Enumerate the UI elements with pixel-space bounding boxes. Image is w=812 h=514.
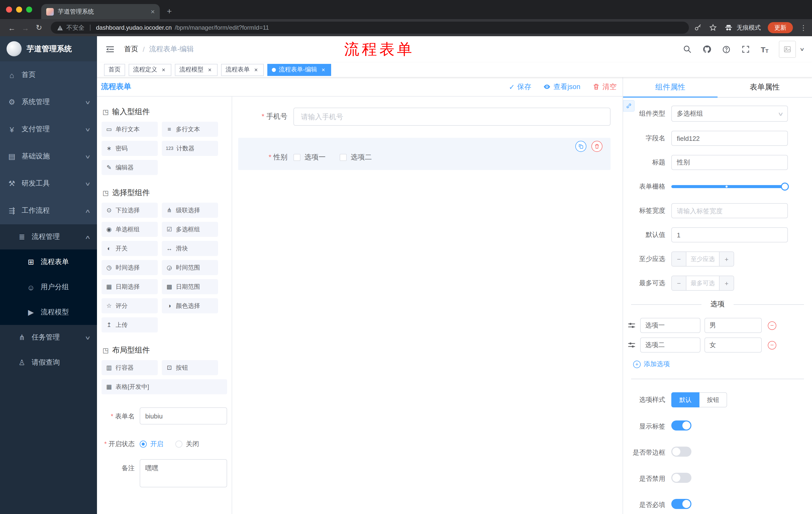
- tab-component-props[interactable]: 组件属性: [623, 77, 718, 97]
- palette-item-button[interactable]: ⊡按钮: [162, 360, 218, 375]
- new-tab-button[interactable]: +: [160, 6, 172, 19]
- increase-button[interactable]: +: [719, 276, 734, 290]
- password-key-icon[interactable]: [694, 24, 702, 32]
- slider-handle[interactable]: [781, 183, 789, 191]
- save-button[interactable]: ✓ 保存: [509, 82, 531, 91]
- tag-process-definition[interactable]: 流程定义 ×: [128, 64, 171, 76]
- palette-item-single-line-text[interactable]: ▭单行文本: [102, 122, 158, 137]
- decrease-button[interactable]: −: [672, 276, 686, 290]
- field-name-input[interactable]: [671, 131, 788, 146]
- tag-home[interactable]: 首页: [104, 64, 125, 76]
- breadcrumb-home[interactable]: 首页: [124, 45, 138, 54]
- palette-item-cascader[interactable]: ⋔级联选择: [162, 203, 218, 218]
- drag-handle-icon[interactable]: [627, 321, 636, 330]
- sidebar-item-devtools[interactable]: ⚒ 研发工具 ∨: [0, 170, 97, 197]
- show-label-switch[interactable]: [671, 421, 691, 431]
- gender-option2-checkbox[interactable]: 选项二: [340, 153, 372, 162]
- sidebar-item-leave-query[interactable]: ♙ 请假查询: [0, 350, 97, 375]
- reload-button[interactable]: ↻: [32, 23, 46, 32]
- palette-item-slider[interactable]: ↔滑块: [162, 241, 218, 256]
- palette-item-counter[interactable]: 123计数器: [162, 141, 218, 156]
- tag-process-form-edit[interactable]: 流程表单-编辑 ×: [267, 64, 331, 76]
- sidebar-item-user-group[interactable]: ☺ 用户分组: [0, 275, 97, 300]
- status-off-radio[interactable]: 关闭: [175, 439, 199, 449]
- tab-close-icon[interactable]: ×: [151, 7, 155, 16]
- palette-item-radio-group[interactable]: ◉单选框组: [102, 222, 158, 237]
- sidebar-item-home[interactable]: ⌂ 首页: [0, 61, 97, 88]
- required-switch[interactable]: [671, 499, 691, 509]
- remark-textarea[interactable]: 嘿嘿: [140, 459, 227, 487]
- gender-option1-checkbox[interactable]: 选项一: [293, 153, 326, 162]
- sidebar-item-process-model[interactable]: ▶ 流程模型: [0, 300, 97, 325]
- palette-item-date-range[interactable]: ▩日期范围: [162, 279, 218, 294]
- sidebar-item-task-management[interactable]: ⋔ 任务管理 ∨: [0, 325, 97, 350]
- option2-name-input[interactable]: [640, 337, 700, 353]
- window-minimize-button[interactable]: [16, 6, 22, 12]
- palette-item-time-picker[interactable]: ◷时间选择: [102, 260, 158, 275]
- sidebar-fold-icon[interactable]: [105, 44, 115, 54]
- increase-button[interactable]: +: [719, 252, 734, 266]
- fullscreen-icon[interactable]: [741, 45, 750, 54]
- border-switch[interactable]: [671, 447, 691, 457]
- style-default-button[interactable]: 默认: [671, 392, 699, 407]
- palette-item-row-container[interactable]: ▥行容器: [102, 360, 158, 375]
- delete-component-button[interactable]: [591, 141, 603, 152]
- font-size-icon[interactable]: TT: [761, 45, 768, 54]
- add-option-button[interactable]: + 添加选项: [633, 360, 812, 369]
- component-type-select[interactable]: 多选框组 ∨: [671, 106, 788, 122]
- canvas-item-phone[interactable]: 手机号: [238, 103, 610, 131]
- browser-menu-icon[interactable]: ⋮: [800, 24, 807, 32]
- help-icon[interactable]: [722, 45, 731, 54]
- sidebar-item-process-form[interactable]: ⊞ 流程表单: [0, 249, 97, 275]
- tag-process-form[interactable]: 流程表单 ×: [221, 64, 264, 76]
- sidebar-item-workflow[interactable]: ⇶ 工作流程 ∧: [0, 197, 97, 224]
- sidebar-item-infrastructure[interactable]: ▤ 基础设施 ∨: [0, 143, 97, 170]
- window-close-button[interactable]: [6, 6, 12, 12]
- palette-item-password[interactable]: ∗密码: [102, 141, 158, 156]
- forward-button[interactable]: →: [19, 23, 32, 32]
- avatar[interactable]: [779, 41, 796, 58]
- title-input[interactable]: [671, 155, 788, 170]
- remove-option-button[interactable]: −: [768, 321, 776, 330]
- link-icon[interactable]: [623, 100, 635, 112]
- palette-item-checkbox-group[interactable]: ☑多选框组: [162, 222, 218, 237]
- style-button-button[interactable]: 按钮: [699, 392, 727, 407]
- view-json-button[interactable]: 查看json: [544, 82, 580, 91]
- form-name-input[interactable]: [140, 407, 227, 425]
- grid-slider[interactable]: [671, 179, 785, 194]
- palette-item-switch[interactable]: ◐开关: [102, 241, 158, 256]
- option2-value-input[interactable]: [704, 337, 762, 353]
- remove-option-button[interactable]: −: [768, 341, 776, 349]
- tag-close-icon[interactable]: ×: [253, 66, 259, 73]
- tag-close-icon[interactable]: ×: [320, 66, 327, 73]
- github-icon[interactable]: [702, 45, 712, 54]
- palette-item-editor[interactable]: ✎编辑器: [102, 160, 158, 175]
- sidebar-item-payment[interactable]: ¥ 支付管理 ∨: [0, 116, 97, 143]
- palette-item-rate[interactable]: ☆评分: [102, 298, 158, 313]
- disabled-switch[interactable]: [671, 473, 691, 483]
- status-on-radio[interactable]: 开启: [140, 439, 163, 449]
- phone-input[interactable]: [293, 108, 610, 126]
- min-select-value[interactable]: 至少应选: [686, 252, 719, 266]
- clear-button[interactable]: 清空: [592, 82, 616, 91]
- back-button[interactable]: ←: [5, 23, 19, 32]
- palette-item-time-range[interactable]: ◶时间范围: [162, 260, 218, 275]
- address-bar[interactable]: 不安全 dashboard.yudao.iocoder.cn/bpm/manag…: [51, 22, 689, 34]
- canvas-item-gender-selected[interactable]: 性别 选项一 选项二: [238, 138, 610, 170]
- sidebar-item-system[interactable]: ⚙ 系统管理 ∨: [0, 88, 97, 116]
- sidebar-item-process-management[interactable]: ≣ 流程管理 ∧: [0, 224, 97, 249]
- default-value-input[interactable]: [671, 227, 788, 242]
- palette-item-upload[interactable]: ↥上传: [102, 317, 158, 332]
- max-select-value[interactable]: 最多可选: [686, 276, 719, 290]
- tag-close-icon[interactable]: ×: [206, 66, 213, 73]
- tag-process-model[interactable]: 流程模型 ×: [175, 64, 218, 76]
- browser-update-button[interactable]: 更新: [768, 22, 793, 33]
- palette-item-date-picker[interactable]: ▦日期选择: [102, 279, 158, 294]
- window-maximize-button[interactable]: [26, 6, 32, 12]
- option1-name-input[interactable]: [640, 318, 700, 333]
- label-width-input[interactable]: [671, 203, 788, 218]
- tab-form-props[interactable]: 表单属性: [718, 77, 812, 97]
- drag-handle-icon[interactable]: [627, 341, 636, 350]
- palette-item-multi-line-text[interactable]: ≡多行文本: [162, 122, 218, 137]
- decrease-button[interactable]: −: [672, 252, 686, 266]
